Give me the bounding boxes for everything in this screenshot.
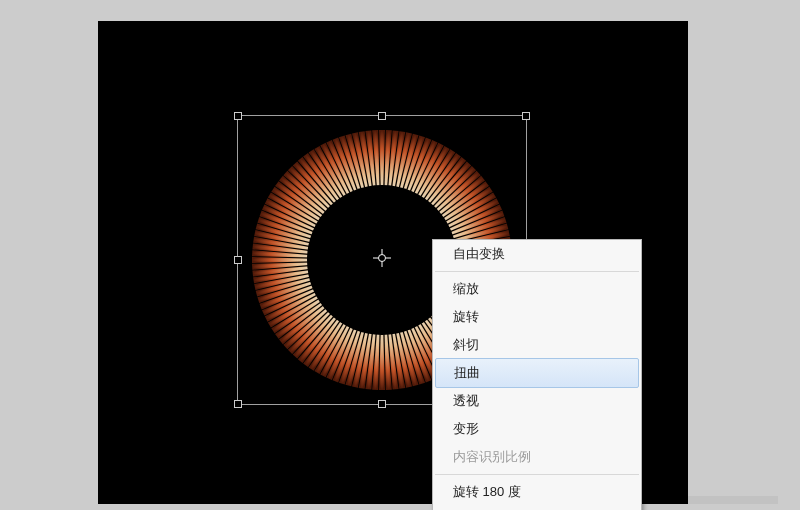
transform-handle-bm[interactable]	[378, 400, 386, 408]
menu-rotate[interactable]: 旋转	[433, 303, 641, 331]
menu-warp[interactable]: 变形	[433, 415, 641, 443]
menu-skew[interactable]: 斜切	[433, 331, 641, 359]
transform-context-menu: 自由变换 缩放 旋转 斜切 扭曲 透视 变形 内容识别比例 旋转 180 度 旋…	[432, 239, 642, 510]
svg-point-2	[379, 255, 386, 262]
canvas-shadow	[688, 496, 778, 504]
menu-distort[interactable]: 扭曲	[435, 358, 639, 388]
transform-handle-tl[interactable]	[234, 112, 242, 120]
menu-free-transform[interactable]: 自由变换	[433, 240, 641, 268]
menu-content-aware-scale: 内容识别比例	[433, 443, 641, 471]
menu-rotate-180[interactable]: 旋转 180 度	[433, 478, 641, 506]
menu-separator	[435, 271, 639, 272]
menu-scale[interactable]: 缩放	[433, 275, 641, 303]
menu-perspective[interactable]: 透视	[433, 387, 641, 415]
transform-handle-tm[interactable]	[378, 112, 386, 120]
transform-handle-ml[interactable]	[234, 256, 242, 264]
menu-rotate-90-cw[interactable]: 旋转 90 度(顺时针)	[433, 506, 641, 510]
menu-separator	[435, 474, 639, 475]
transform-handle-bl[interactable]	[234, 400, 242, 408]
transform-handle-tr[interactable]	[522, 112, 530, 120]
transform-center-icon	[373, 249, 391, 271]
